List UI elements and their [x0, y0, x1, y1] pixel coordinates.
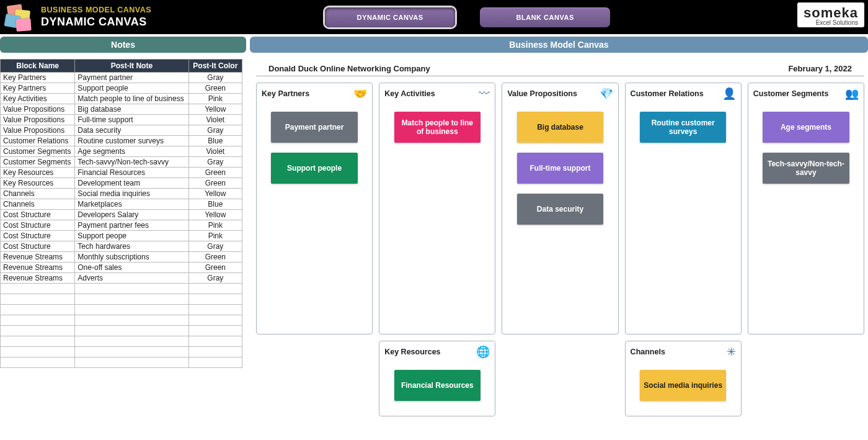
- canvas-col: Customer Segments👥Age segmentsTech-savvy…: [748, 83, 864, 416]
- col-block: Block Name: [1, 60, 75, 73]
- col-color: Post-It Color: [188, 60, 242, 73]
- canvas-block-value-propositions: Value Propositions💎Big databaseFull-time…: [502, 83, 618, 334]
- tab-blank-canvas[interactable]: BLANK CANVAS: [480, 7, 610, 27]
- block-title: Channels: [631, 348, 665, 356]
- block-title: Value Propositions: [507, 89, 577, 98]
- notes-body: Key PartnersPayment partnerGrayKey Partn…: [1, 73, 242, 368]
- table-row[interactable]: Key ActivitiesMatch people to line of bu…: [1, 94, 242, 104]
- canvas-block-customer-relations: Customer Relations👤Routine customer surv…: [625, 83, 742, 334]
- company-name: Donald Duck Online Networking Company: [256, 64, 443, 73]
- table-row[interactable]: Key PartnersPayment partnerGray: [1, 73, 242, 83]
- app-logo-icon: [4, 2, 33, 32]
- key-resources-icon: 🌐: [476, 346, 490, 357]
- topbar: BUSINESS MODEL CANVAS DYNAMIC CANVAS DYN…: [0, 0, 868, 34]
- canvas-block-key-activities: Key Activities〰Match people to line of b…: [379, 83, 495, 334]
- notes-table[interactable]: Block Name Post-It Note Post-It Color Ke…: [0, 59, 242, 368]
- table-row[interactable]: Cost StructureDevelopers SalaryYellow: [1, 210, 242, 220]
- notes-header: Notes: [0, 37, 246, 53]
- table-row[interactable]: [1, 336, 242, 347]
- postit[interactable]: Support people: [271, 153, 358, 184]
- page-title: DYNAMIC CANVAS: [41, 16, 151, 29]
- table-row[interactable]: Key PartnersSupport peopleGreen: [1, 83, 242, 94]
- table-row[interactable]: Revenue StreamsMonthly subscriptionsGree…: [1, 252, 242, 263]
- canvas-top-row: Donald Duck Online Networking Company Fe…: [256, 64, 864, 76]
- table-row[interactable]: Cost StructurePayment partner feesPink: [1, 220, 242, 231]
- postit[interactable]: Financial Resources: [394, 370, 481, 401]
- channels-icon: ✳: [727, 346, 736, 357]
- table-row[interactable]: Key ResourcesFinancial ResourcesGreen: [1, 168, 242, 178]
- postit[interactable]: Big database: [517, 112, 604, 143]
- table-row[interactable]: [1, 315, 242, 326]
- postit[interactable]: Payment partner: [271, 112, 358, 143]
- notes-header-row: Block Name Post-It Note Post-It Color: [1, 60, 242, 73]
- canvas-block-key-partners: Key Partners🤝Payment partnerSupport peop…: [256, 83, 373, 334]
- table-row[interactable]: Revenue StreamsOne-off salesGreen: [1, 263, 242, 273]
- customer-relations-icon: 👤: [722, 88, 736, 99]
- block-title: Key Resources: [384, 348, 440, 356]
- postit[interactable]: Match people to line of business: [394, 112, 481, 143]
- table-row[interactable]: Value PropositionsData securityGray: [1, 125, 242, 136]
- block-title: Customer Relations: [631, 89, 704, 98]
- block-title: Customer Segments: [753, 89, 829, 98]
- table-row[interactable]: [1, 305, 242, 315]
- table-row[interactable]: Customer RelationsRoutine customer surve…: [1, 136, 242, 146]
- canvas-col: Value Propositions💎Big databaseFull-time…: [502, 83, 618, 416]
- postit[interactable]: Data security: [517, 194, 604, 225]
- canvas-header-bar: Business Model Canvas: [250, 37, 868, 53]
- postit[interactable]: Full-time support: [517, 153, 604, 184]
- table-row[interactable]: Key ResourcesDevelopment teamGreen: [1, 178, 242, 189]
- canvas-block-key-resources: Key Resources🌐Financial Resources: [379, 341, 495, 416]
- table-row[interactable]: Cost StructureTech hardwaresGray: [1, 241, 242, 252]
- col-note: Post-It Note: [75, 60, 188, 73]
- postit[interactable]: Tech-savvy/Non-tech-savvy: [763, 153, 849, 184]
- value-propositions-icon: 💎: [600, 88, 613, 99]
- table-row[interactable]: Cost StructureSupport peopePink: [1, 231, 242, 241]
- table-row[interactable]: Value PropositionsFull-time supportViole…: [1, 115, 242, 125]
- block-title: Key Activities: [384, 89, 435, 98]
- table-row[interactable]: [1, 347, 242, 357]
- canvas-col: Key Activities〰Match people to line of b…: [379, 83, 495, 416]
- canvas-block-customer-segments: Customer Segments👥Age segmentsTech-savvy…: [748, 83, 864, 334]
- table-row[interactable]: [1, 284, 242, 294]
- canvas-block-channels: Channels✳Social media inquiries: [625, 341, 742, 416]
- section-headers: Notes Business Model Canvas: [0, 34, 868, 53]
- block-title: Key Partners: [262, 89, 309, 98]
- table-row[interactable]: Customer SegmentsAge segmentsViolet: [1, 146, 242, 157]
- table-row[interactable]: [1, 357, 242, 368]
- table-row[interactable]: [1, 294, 242, 305]
- postit[interactable]: Social media inquiries: [640, 370, 727, 401]
- table-row[interactable]: [1, 326, 242, 336]
- canvas-col: Customer Relations👤Routine customer surv…: [625, 83, 742, 416]
- table-row[interactable]: ChannelsSocial media inquiriesYellow: [1, 189, 242, 199]
- canvas-columns: Key Partners🤝Payment partnerSupport peop…: [256, 83, 864, 416]
- top-tabs: DYNAMIC CANVASBLANK CANVAS: [325, 7, 610, 27]
- table-row[interactable]: Revenue StreamsAdvertsGray: [1, 273, 242, 284]
- app-title: BUSINESS MODEL CANVAS: [41, 6, 151, 14]
- table-row[interactable]: Customer SegmentsTech-savvy/Non-tech-sav…: [1, 157, 242, 168]
- table-row[interactable]: Value PropositionsBig databaseYellow: [1, 104, 242, 115]
- canvas-date: February 1, 2022: [776, 64, 864, 73]
- table-row[interactable]: ChannelsMarketplacesBlue: [1, 199, 242, 210]
- brand-logo: someka Excel Solutions: [797, 2, 864, 27]
- postit[interactable]: Routine customer surveys: [640, 112, 727, 143]
- notes-panel: Block Name Post-It Note Post-It Color Ke…: [0, 59, 246, 440]
- canvas-panel: Donald Duck Online Networking Company Fe…: [250, 59, 868, 440]
- key-partners-icon: 🤝: [353, 88, 367, 99]
- customer-segments-icon: 👥: [845, 88, 859, 99]
- canvas-col: Key Partners🤝Payment partnerSupport peop…: [256, 83, 373, 416]
- postit[interactable]: Age segments: [763, 112, 849, 143]
- tab-dynamic-canvas[interactable]: DYNAMIC CANVAS: [325, 7, 455, 27]
- key-activities-icon: 〰: [479, 88, 490, 99]
